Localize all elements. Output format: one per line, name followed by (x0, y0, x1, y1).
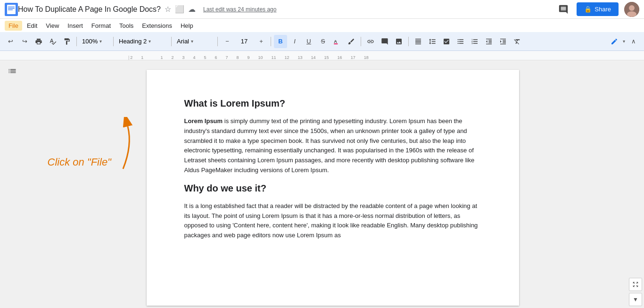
document-area: Click on "File" What is Lorem Ipsum? Lor… (28, 60, 637, 308)
separator-7 (408, 37, 409, 46)
underline-button[interactable]: U (302, 35, 315, 48)
undo-button[interactable]: ↩ (4, 35, 17, 48)
star-icon[interactable]: ☆ (165, 5, 171, 14)
clear-format-button[interactable] (511, 35, 524, 48)
main-content: Click on "File" What is Lorem Ipsum? Lor… (0, 60, 644, 308)
menu-bar: FileEditViewInsertFormatToolsExtensionsH… (0, 19, 644, 32)
left-panel (0, 60, 28, 308)
menu-item-insert[interactable]: Insert (64, 21, 87, 31)
separator-5 (271, 37, 271, 46)
font-size-increase-button[interactable]: + (255, 35, 268, 48)
line-spacing-button[interactable] (426, 35, 439, 48)
right-panel (637, 60, 644, 308)
menu-item-extensions[interactable]: Extensions (138, 21, 176, 31)
link-button[interactable] (364, 35, 377, 48)
increase-indent-button[interactable] (496, 35, 510, 48)
document-paragraph-1: Lorem Ipsum is simply dummy text of the … (184, 117, 481, 175)
separator-4 (217, 37, 218, 46)
chevron-down-icon: ▾ (99, 39, 102, 44)
pen-area: ▾ ∧ (608, 35, 640, 48)
italic-button[interactable]: I (288, 35, 301, 48)
font-size-decrease-button[interactable]: − (221, 35, 234, 48)
svg-point-6 (629, 5, 635, 11)
comment-button[interactable] (378, 35, 391, 48)
svg-text:A: A (334, 39, 337, 44)
chevron-down-icon-3: ▾ (191, 39, 193, 44)
font-size-selector[interactable]: 17 (235, 35, 254, 48)
paragraph-style-selector[interactable]: Heading 2 ▾ (116, 35, 168, 48)
list-button[interactable] (454, 35, 467, 48)
image-button[interactable] (392, 35, 405, 48)
editing-mode-button[interactable] (608, 35, 621, 48)
annotation-overlay: Click on "File" (48, 117, 142, 168)
scroll-down-button[interactable]: ▼ (629, 293, 642, 306)
document-heading-2: Why do we use it? (184, 183, 481, 194)
document-page[interactable]: Click on "File" What is Lorem Ipsum? Lor… (147, 70, 519, 306)
title-area: How To Duplicate A Page In Google Docs? … (18, 5, 556, 14)
font-selector[interactable]: Arial ▾ (174, 35, 215, 48)
svg-rect-9 (334, 43, 338, 44)
bold-button[interactable]: B (274, 35, 287, 48)
cloud-icon[interactable]: ☁ (188, 5, 196, 14)
menu-item-help[interactable]: Help (177, 21, 197, 31)
annotation-text: Click on "File" (48, 156, 142, 168)
para1-rest-text: is simply dummy text of the printing and… (184, 117, 475, 174)
svg-rect-2 (8, 7, 15, 8)
document-title[interactable]: How To Duplicate A Page In Google Docs? (18, 5, 161, 14)
strikethrough-button[interactable]: S (316, 35, 330, 48)
document-paragraph-2: It is a long established fact that a rea… (184, 201, 481, 241)
text-color-button[interactable]: A (330, 35, 344, 48)
header-right: 🔒 Share (556, 2, 639, 17)
para1-bold-text: Lorem Ipsum (184, 117, 223, 125)
separator-3 (171, 37, 172, 46)
title-icons: ☆ ⬜ ☁ (165, 5, 196, 14)
zoom-selector[interactable]: 100% ▾ (80, 35, 110, 48)
menu-item-format[interactable]: Format (88, 21, 115, 31)
spellcheck-button[interactable] (46, 35, 59, 48)
editing-chevron-icon: ▾ (623, 39, 625, 44)
open-externally-icon[interactable]: ⬜ (175, 5, 184, 14)
svg-rect-4 (8, 9, 13, 10)
align-button[interactable] (412, 35, 425, 48)
share-button[interactable]: 🔒 Share (577, 2, 619, 16)
redo-button[interactable]: ↪ (18, 35, 31, 48)
svg-point-7 (627, 11, 636, 17)
toolbar: ↩ ↪ 100% ▾ Heading 2 ▾ Arial ▾ − 17 + B … (0, 32, 644, 51)
document-heading-1: What is Lorem Ipsum? (184, 98, 481, 109)
separator-1 (76, 37, 77, 46)
checklist-button[interactable] (440, 35, 453, 48)
separator-2 (113, 37, 114, 46)
outline-toggle-button[interactable] (6, 66, 19, 79)
chevron-down-icon-2: ▾ (149, 39, 151, 44)
menu-item-file[interactable]: File (5, 21, 22, 31)
ruler: | 2 1 1 2 3 4 5 6 7 8 9 10 11 12 13 14 1… (0, 51, 644, 60)
collapse-toolbar-button[interactable]: ∧ (627, 35, 640, 48)
paint-format-button[interactable] (60, 35, 74, 48)
user-avatar[interactable] (624, 2, 639, 17)
menu-item-view[interactable]: View (42, 21, 63, 31)
print-button[interactable] (32, 35, 45, 48)
decrease-indent-button[interactable] (482, 35, 495, 48)
scroll-controls: ▼ (627, 276, 644, 308)
google-docs-icon (5, 3, 18, 16)
lock-icon: 🔒 (584, 6, 592, 13)
expand-button[interactable] (629, 278, 642, 291)
highlight-button[interactable] (345, 35, 358, 48)
menu-item-edit[interactable]: Edit (23, 21, 41, 31)
last-edit-text[interactable]: Last edit was 24 minutes ago (203, 6, 276, 13)
separator-6 (361, 37, 361, 46)
title-bar: How To Duplicate A Page In Google Docs? … (0, 0, 644, 19)
svg-rect-3 (8, 8, 15, 9)
menu-item-tools[interactable]: Tools (116, 21, 137, 31)
ruler-inner: | 2 1 1 2 3 4 5 6 7 8 9 10 11 12 13 14 1… (128, 51, 377, 60)
ordered-list-button[interactable] (468, 35, 481, 48)
comments-button[interactable] (556, 2, 571, 17)
annotation-arrow-svg (48, 117, 142, 174)
